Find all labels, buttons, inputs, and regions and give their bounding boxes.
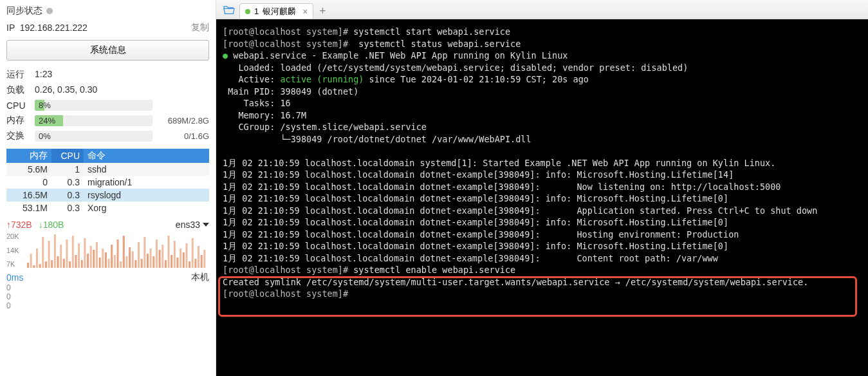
svg-rect-27: [108, 259, 110, 268]
swap-percent: 0%: [39, 131, 51, 142]
svg-rect-17: [78, 243, 80, 268]
swap-bar: 0%: [35, 131, 152, 142]
chevron-down-icon: [203, 223, 209, 227]
swap-after: 0/1.6G: [158, 131, 209, 141]
col-cpu[interactable]: CPU: [51, 149, 84, 163]
svg-rect-35: [132, 251, 134, 268]
tab-label: 银河麒麟: [263, 6, 296, 17]
col-mem[interactable]: 内存: [6, 149, 51, 163]
svg-rect-25: [102, 249, 104, 268]
load-label: 负载: [6, 84, 30, 96]
svg-rect-56: [194, 259, 196, 268]
sync-status-row: 同步状态: [6, 4, 209, 21]
swap-row: 交换 0% 0/1.6G: [6, 128, 209, 144]
svg-rect-8: [51, 260, 53, 268]
load-value: 0.26, 0.35, 0.30: [35, 84, 97, 96]
svg-rect-38: [141, 259, 143, 268]
svg-rect-39: [143, 237, 145, 268]
svg-rect-58: [201, 255, 203, 268]
svg-rect-42: [152, 256, 154, 268]
svg-rect-48: [171, 255, 172, 268]
sync-status-label: 同步状态: [6, 5, 42, 17]
svg-rect-0: [27, 263, 29, 268]
sync-status-dot-icon: [46, 8, 53, 14]
svg-rect-7: [48, 241, 50, 268]
svg-rect-31: [120, 261, 122, 268]
host-label[interactable]: 本机: [191, 272, 209, 283]
cpu-label: CPU: [6, 100, 30, 111]
swap-label: 交换: [6, 130, 30, 142]
svg-rect-47: [168, 236, 170, 268]
svg-rect-34: [129, 247, 131, 268]
chart-ylabels: 20K 14K 7K: [6, 232, 26, 268]
svg-rect-18: [81, 260, 83, 268]
terminal[interactable]: [root@localhost system]# systemctl start…: [216, 19, 868, 376]
latency-value: 0ms: [6, 272, 23, 283]
latency-zeros: 0 0 0: [6, 283, 209, 310]
svg-rect-9: [54, 234, 56, 268]
ip-row: IP 192.168.221.222 复制: [6, 21, 209, 40]
svg-rect-29: [114, 255, 116, 268]
tab-number: 1: [254, 6, 259, 16]
close-icon[interactable]: ×: [302, 6, 308, 17]
add-tab-button[interactable]: +: [315, 3, 330, 19]
tab-session-1[interactable]: 1 银河麒麟 ×: [239, 3, 313, 19]
svg-rect-43: [156, 240, 158, 268]
cpu-bar: 8%: [35, 100, 152, 111]
svg-rect-4: [39, 264, 41, 268]
svg-rect-44: [159, 250, 161, 268]
svg-rect-28: [111, 245, 113, 268]
svg-rect-51: [180, 249, 181, 268]
svg-rect-36: [134, 260, 136, 268]
table-header-row[interactable]: 内存 CPU 命令: [6, 149, 209, 163]
svg-rect-30: [116, 240, 118, 268]
cpu-percent: 8%: [39, 100, 51, 111]
col-cmd[interactable]: 命令: [84, 149, 209, 163]
svg-rect-2: [33, 265, 35, 268]
upload-rate: ↑732B: [6, 220, 32, 230]
svg-rect-55: [192, 238, 194, 268]
mem-label: 内存: [6, 115, 30, 126]
svg-rect-37: [138, 242, 140, 268]
network-chart: 20K 14K 7K: [6, 232, 209, 268]
svg-rect-22: [93, 250, 95, 268]
svg-rect-49: [174, 241, 176, 268]
uptime-row: 运行 1:23: [6, 67, 209, 82]
ip-text: IP 192.168.221.222: [6, 23, 88, 33]
svg-rect-52: [183, 252, 185, 268]
load-row: 负载 0.26, 0.35, 0.30: [6, 82, 209, 98]
svg-rect-10: [57, 256, 59, 268]
svg-rect-59: [203, 250, 205, 268]
system-info-button[interactable]: 系统信息: [6, 40, 209, 61]
chart-svg: [27, 232, 209, 268]
interface-select[interactable]: ens33: [176, 220, 209, 230]
copy-button[interactable]: 复制: [191, 22, 209, 33]
svg-rect-14: [69, 261, 71, 268]
svg-rect-19: [84, 238, 86, 268]
main-panel: 1 银河麒麟 × + [root@localhost system]# syst…: [216, 0, 868, 376]
connected-dot-icon: [245, 9, 250, 14]
table-row[interactable]: 00.3migration/1: [6, 176, 209, 189]
svg-rect-53: [185, 243, 187, 268]
svg-rect-11: [60, 245, 62, 268]
svg-rect-5: [42, 237, 44, 268]
mem-after: 689M/2.8G: [158, 116, 209, 126]
table-row[interactable]: 16.5M0.3rsyslogd: [6, 189, 209, 202]
uptime-label: 运行: [6, 69, 30, 80]
folder-open-icon[interactable]: [220, 2, 238, 17]
table-row[interactable]: 53.1M0.3Xorg: [6, 202, 209, 214]
uptime-value: 1:23: [35, 69, 52, 80]
table-row[interactable]: 5.6M1sshd: [6, 163, 209, 176]
svg-rect-1: [30, 254, 32, 268]
svg-rect-41: [150, 249, 152, 268]
svg-rect-15: [72, 236, 74, 268]
svg-rect-50: [176, 258, 178, 268]
mem-row: 内存 24% 689M/2.8G: [6, 113, 209, 128]
svg-rect-54: [189, 261, 190, 268]
download-rate: ↓180B: [39, 220, 64, 230]
svg-rect-20: [87, 254, 89, 268]
svg-rect-45: [162, 245, 163, 268]
svg-rect-32: [123, 236, 125, 268]
svg-rect-3: [36, 249, 38, 268]
svg-rect-16: [75, 255, 77, 268]
